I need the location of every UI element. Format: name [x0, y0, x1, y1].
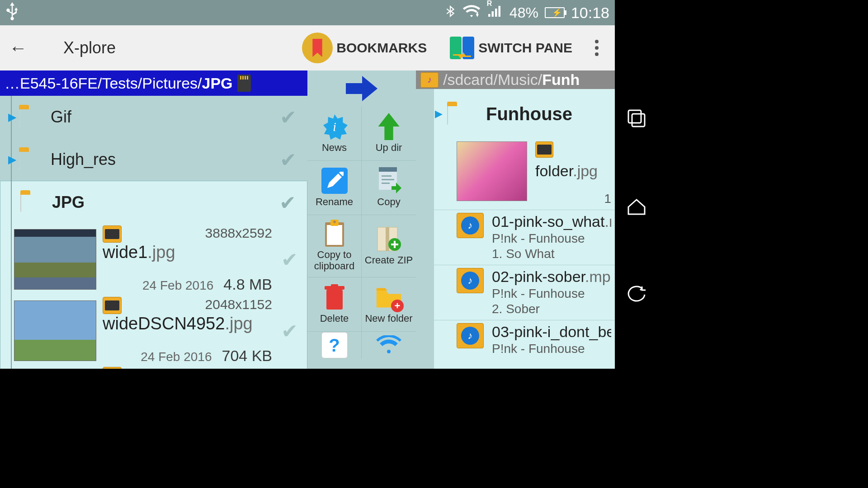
- right-pane: ♪ /sdcard/Music/Funh ▶ Funhouse: [416, 70, 615, 369]
- pencil-icon: [321, 168, 348, 194]
- file-size: 4.8 MB: [223, 276, 272, 293]
- audio-icon: ♪: [457, 268, 484, 293]
- collapse-icon[interactable]: ▶: [435, 108, 443, 120]
- battery-percent: 48%: [509, 5, 538, 21]
- expand-icon[interactable]: ▶: [8, 111, 16, 123]
- image-badge-icon: [535, 141, 553, 158]
- check-icon[interactable]: ✔: [281, 319, 298, 343]
- back-nav-icon[interactable]: [627, 286, 646, 305]
- svg-rect-12: [386, 227, 389, 251]
- action-new-folder[interactable]: + New folder: [362, 277, 416, 332]
- action-copy[interactable]: Copy: [362, 161, 416, 215]
- bluetooth-icon: [444, 3, 456, 23]
- sdcard-icon: [237, 75, 251, 92]
- image-badge-icon: [103, 367, 122, 369]
- help-icon: ?: [321, 332, 348, 358]
- audio-icon: ♪: [457, 323, 484, 348]
- bookmarks-button[interactable]: BOOKMARKS: [302, 33, 427, 63]
- folder-funhouse[interactable]: ▶ Funhouse: [434, 89, 615, 139]
- folder-highres[interactable]: ▶ High_res ✔: [21, 138, 307, 181]
- overflow-menu-icon[interactable]: [581, 40, 606, 56]
- svg-rect-16: [331, 284, 338, 287]
- right-path-bar[interactable]: ♪ /sdcard/Music/Funh: [416, 70, 615, 89]
- svg-rect-17: [628, 110, 641, 123]
- audio-icon: ♪: [457, 213, 484, 238]
- folder-icon: [19, 108, 42, 127]
- image-badge-icon: [103, 297, 122, 314]
- image-dimensions: 2048x1152: [231, 367, 298, 369]
- file-row[interactable]: 2048x1152: [0, 366, 307, 369]
- action-copy-clipboard[interactable]: Copy to clipboard: [307, 215, 362, 277]
- svg-rect-18: [632, 114, 645, 127]
- file-row[interactable]: 3888x2592 wide1.jpg 24 Feb 2016 4.8 MB ✔: [0, 224, 307, 295]
- signal-icon: R: [487, 4, 503, 22]
- track-row[interactable]: ♪ 01-pink-so_what.mp P!nk - Funhouse 1. …: [434, 210, 615, 265]
- bookmark-icon: [302, 33, 333, 63]
- thumbnail: [14, 300, 96, 361]
- svg-point-10: [333, 221, 336, 223]
- svg-rect-4: [382, 175, 392, 177]
- folder-icon: [19, 150, 42, 169]
- left-pane: …E545-16FE/Tests/Pictures/JPG ▶ Gif ✔ ▶ …: [0, 70, 307, 369]
- image-badge-icon: [103, 225, 122, 243]
- news-icon: i: [321, 113, 348, 140]
- file-date: 24 Feb 2016: [142, 278, 213, 293]
- action-news[interactable]: i News: [307, 107, 362, 161]
- check-icon[interactable]: ✔: [281, 248, 298, 271]
- svg-rect-8: [327, 225, 342, 245]
- switch-pane-icon: [449, 37, 475, 59]
- thumbnail: [14, 229, 96, 290]
- folder-icon: [447, 104, 471, 123]
- clock: 10:18: [571, 4, 609, 22]
- switch-pane-button[interactable]: SWITCH PANE: [449, 37, 572, 59]
- recents-icon[interactable]: [627, 108, 646, 130]
- app-bar: ← X-plore BOOKMARKS SWITCH PANE: [0, 25, 615, 70]
- app-title: X-plore: [63, 38, 116, 57]
- track-row[interactable]: ♪ 03-pink-i_dont_believe_you. P!nk - Fun…: [434, 320, 615, 360]
- album-art-thumbnail: [457, 141, 527, 201]
- check-icon[interactable]: ✔: [280, 106, 297, 129]
- folder-open-icon: [20, 193, 44, 212]
- usb-icon: [5, 2, 19, 23]
- svg-rect-14: [326, 290, 343, 310]
- svg-text:i: i: [333, 120, 336, 134]
- image-dimensions: 2048x1152: [205, 297, 272, 312]
- action-rename[interactable]: Rename: [307, 161, 362, 215]
- file-row[interactable]: 2048x1152 wideDSCN4952.jpg 24 Feb 2016 7…: [0, 295, 307, 366]
- folder-jpg[interactable]: JPG ✔: [0, 181, 307, 224]
- clipboard-icon: [321, 221, 348, 247]
- copy-icon: [376, 168, 402, 194]
- folder-gif[interactable]: ▶ Gif ✔: [21, 96, 307, 138]
- expand-icon[interactable]: ▶: [8, 153, 16, 166]
- left-path-bar[interactable]: …E545-16FE/Tests/Pictures/JPG: [0, 70, 307, 96]
- action-create-zip[interactable]: Create ZIP: [362, 215, 416, 277]
- action-help[interactable]: ?: [307, 332, 362, 359]
- check-icon[interactable]: ✔: [280, 148, 297, 171]
- check-icon[interactable]: ✔: [279, 191, 296, 214]
- wifi-icon: [376, 332, 402, 358]
- battery-icon: ⚡: [545, 7, 565, 18]
- system-nav-bar: [615, 0, 658, 369]
- status-bar: R 48% ⚡ 10:18: [0, 0, 615, 25]
- new-folder-icon: +: [376, 284, 402, 310]
- action-updir[interactable]: Up dir: [362, 107, 416, 161]
- track-row[interactable]: ♪ 02-pink-sober.mp3 P!nk - Funhouse 2. S…: [434, 265, 615, 320]
- wifi-icon: [462, 4, 481, 22]
- action-delete[interactable]: Delete: [307, 277, 362, 332]
- action-column: i News Up dir Rename: [307, 70, 416, 369]
- trash-icon: [321, 284, 348, 310]
- svg-rect-5: [382, 179, 394, 180]
- folder-jpg-expanded: JPG ✔ 3888x2592 wide1.jpg 24 Fe: [0, 181, 307, 369]
- file-cover[interactable]: folder.jpg 1: [434, 139, 615, 210]
- up-arrow-icon: [376, 113, 402, 140]
- back-icon[interactable]: ←: [9, 38, 27, 58]
- direction-arrow-icon[interactable]: [307, 70, 416, 107]
- file-size: 704 KB: [222, 347, 272, 365]
- zip-icon: [376, 226, 402, 252]
- image-dimensions: 3888x2592: [205, 225, 272, 241]
- file-date: 24 Feb 2016: [141, 350, 212, 364]
- music-folder-icon: ♪: [420, 72, 439, 88]
- svg-rect-6: [382, 183, 390, 184]
- action-wifi[interactable]: [362, 332, 416, 359]
- home-icon[interactable]: [627, 198, 646, 218]
